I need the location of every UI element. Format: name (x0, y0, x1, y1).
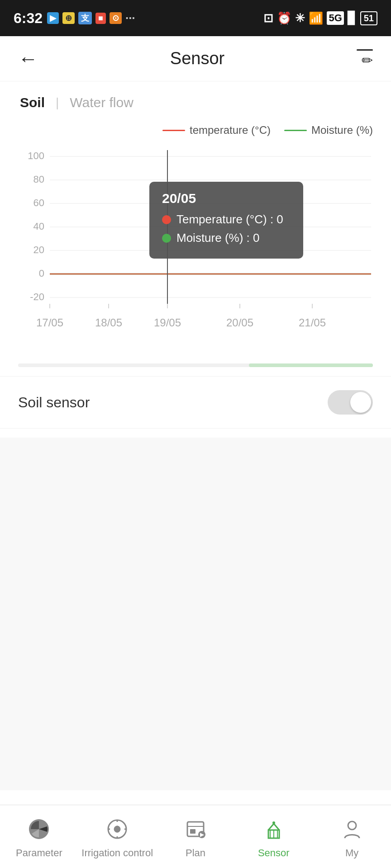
svg-text:20: 20 (33, 244, 44, 255)
svg-line-39 (274, 824, 279, 830)
tooltip-moisture-dot (162, 234, 171, 243)
signal-bars-icon: ▊ (348, 11, 357, 25)
header: ← Sensor ✏ (0, 36, 391, 81)
svg-line-38 (268, 824, 274, 830)
parameter-icon (24, 815, 53, 844)
edit-button[interactable]: ✏ (357, 49, 373, 68)
svg-text:100: 100 (28, 150, 44, 161)
nav-irrigation[interactable]: Irrigation control (78, 815, 157, 859)
plan-icon: ▶ (181, 815, 210, 844)
svg-point-43 (272, 821, 275, 824)
tab-water-flow[interactable]: Water flow (68, 95, 135, 110)
svg-text:60: 60 (33, 197, 44, 208)
app-icon-yellow: ⊕ (62, 12, 75, 24)
status-time: 6:32 (14, 10, 43, 27)
tooltip-moisture-row: Moisture (%) : 0 (162, 231, 291, 245)
bluetooth-icon: ✳ (295, 11, 305, 25)
svg-text:20/05: 20/05 (226, 316, 253, 329)
app-icon-blue: ▶ (47, 12, 59, 24)
irrigation-icon (103, 815, 132, 844)
svg-rect-34 (190, 829, 196, 834)
legend-moisture: Moisture (%) (284, 124, 373, 137)
chart-area: temperature (°C) Moisture (%) 100 80 60 … (0, 115, 391, 360)
soil-sensor-toggle[interactable] (328, 390, 373, 415)
nav-parameter[interactable]: Parameter (0, 815, 78, 859)
sensor-nav-label: Sensor (258, 847, 290, 859)
svg-text:17/05: 17/05 (36, 316, 63, 329)
chart-container[interactable]: 100 80 60 40 20 0 -20 (18, 146, 373, 355)
svg-point-44 (348, 821, 356, 830)
back-button[interactable]: ← (18, 49, 38, 69)
soil-sensor-label: Soil sensor (18, 394, 90, 411)
scroll-indicator (18, 363, 373, 367)
my-icon (338, 815, 367, 844)
legend-temperature-line (162, 130, 185, 131)
tooltip-temp-dot (162, 215, 171, 224)
tab-divider: | (56, 95, 59, 110)
nav-plan[interactable]: ▶ Plan (157, 815, 235, 859)
svg-text:21/05: 21/05 (299, 316, 326, 329)
pencil-icon: ✏ (362, 52, 373, 68)
svg-text:▶: ▶ (200, 831, 204, 838)
battery-icon: 51 (360, 11, 377, 25)
sensor-icon (259, 815, 288, 844)
status-icons: ▶ ⊕ 支 ■ ⊙ ··· (47, 11, 135, 25)
tooltip-temperature-label: Temperature (°C) : 0 (176, 212, 283, 226)
legend-temperature-label: temperature (°C) (190, 124, 271, 137)
svg-text:40: 40 (33, 221, 44, 232)
app-icon-red: ■ (95, 13, 106, 24)
app-icon-orange: ⊙ (110, 12, 122, 24)
tooltip-moisture-label: Moisture (%) : 0 (176, 231, 260, 245)
tab-soil[interactable]: Soil (18, 95, 47, 110)
edit-line-icon (357, 49, 373, 51)
bottom-nav: Parameter Irrigation control ▶ (0, 805, 391, 868)
svg-text:18/05: 18/05 (95, 316, 122, 329)
chart-legend: temperature (°C) Moisture (%) (18, 124, 373, 137)
signal-icon: 5G (327, 11, 343, 25)
parameter-nav-label: Parameter (16, 847, 62, 859)
page-title: Sensor (170, 49, 224, 68)
tooltip-temperature-row: Temperature (°C) : 0 (162, 212, 291, 226)
app-icon-pay: 支 (78, 12, 92, 24)
svg-text:-20: -20 (30, 291, 44, 302)
more-icon: ··· (125, 11, 135, 25)
legend-temperature: temperature (°C) (162, 124, 271, 137)
nav-my[interactable]: My (313, 815, 391, 859)
svg-text:0: 0 (39, 268, 44, 279)
status-right-icons: ⊡ ⏰ ✳ 📶 5G ▊ 51 (263, 11, 377, 25)
svg-text:80: 80 (33, 174, 44, 185)
nfc-icon: ⊡ (263, 11, 273, 25)
svg-text:19/05: 19/05 (154, 316, 181, 329)
legend-moisture-line (284, 130, 307, 131)
plan-nav-label: Plan (186, 847, 205, 859)
scroll-thumb (249, 363, 373, 367)
empty-area (0, 438, 391, 790)
chart-tooltip: 20/05 Temperature (°C) : 0 Moisture (%) … (149, 182, 303, 259)
nav-sensor[interactable]: Sensor (234, 815, 313, 859)
toggle-knob (350, 392, 371, 413)
soil-sensor-section: Soil sensor (0, 376, 391, 429)
status-bar: 6:32 ▶ ⊕ 支 ■ ⊙ ··· ⊡ ⏰ ✳ 📶 5G ▊ 51 (0, 0, 391, 36)
tab-bar: Soil | Water flow (0, 81, 391, 115)
wifi-icon: 📶 (309, 11, 323, 25)
irrigation-nav-label: Irrigation control (81, 847, 153, 859)
my-nav-label: My (345, 847, 358, 859)
tooltip-date: 20/05 (162, 191, 291, 206)
alarm-icon: ⏰ (277, 11, 291, 25)
legend-moisture-label: Moisture (%) (311, 124, 373, 137)
